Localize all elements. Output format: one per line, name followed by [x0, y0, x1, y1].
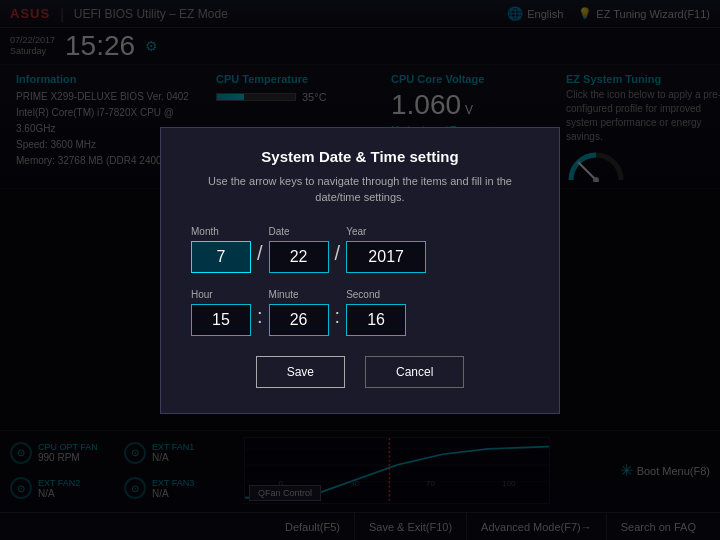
hour-input[interactable] [191, 304, 251, 336]
second-input[interactable] [346, 304, 406, 336]
date-separator-1: / [251, 242, 269, 273]
hour-label: Hour [191, 289, 251, 300]
cancel-button[interactable]: Cancel [365, 356, 464, 388]
date-input[interactable] [269, 241, 329, 273]
second-label: Second [346, 289, 406, 300]
time-separator-1: : [251, 305, 269, 336]
modal-desc: Use the arrow keys to navigate through t… [191, 173, 529, 206]
date-label: Date [269, 226, 329, 237]
modal-title: System Date & Time setting [191, 148, 529, 165]
second-group: Second [346, 289, 406, 336]
year-group: Year [346, 226, 426, 273]
datetime-modal: System Date & Time setting Use the arrow… [160, 127, 560, 414]
month-group: Month [191, 226, 251, 273]
date-separator-2: / [329, 242, 347, 273]
save-button[interactable]: Save [256, 356, 345, 388]
minute-label: Minute [269, 289, 329, 300]
year-input[interactable] [346, 241, 426, 273]
minute-group: Minute [269, 289, 329, 336]
month-input[interactable] [191, 241, 251, 273]
hour-group: Hour [191, 289, 251, 336]
time-separator-2: : [329, 305, 347, 336]
modal-buttons: Save Cancel [191, 356, 529, 388]
month-label: Month [191, 226, 251, 237]
date-row: Month / Date / Year [191, 226, 529, 273]
date-group: Date [269, 226, 329, 273]
year-label: Year [346, 226, 426, 237]
minute-input[interactable] [269, 304, 329, 336]
time-row: Hour : Minute : Second [191, 289, 529, 336]
modal-overlay: System Date & Time setting Use the arrow… [0, 0, 720, 540]
